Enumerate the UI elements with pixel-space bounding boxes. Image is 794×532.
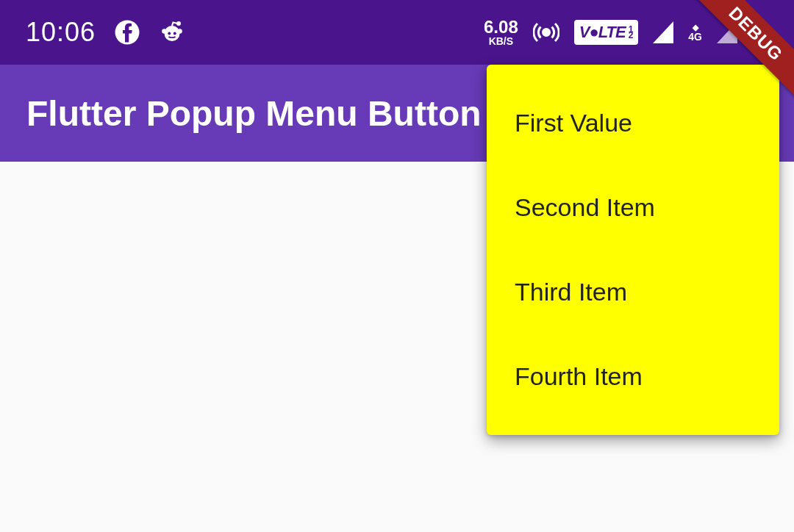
popup-menu: First Value Second Item Third Item Fourt…: [487, 65, 779, 435]
svg-point-5: [168, 32, 171, 35]
volte-badge: V●LTE 12: [574, 20, 639, 45]
status-left-group: 10:06: [26, 17, 185, 48]
status-time: 10:06: [26, 17, 96, 48]
signal-label: 4G: [688, 32, 702, 42]
network-speed-unit: KB/S: [489, 36, 513, 46]
signal-1-icon: [653, 21, 673, 43]
menu-item-third[interactable]: Third Item: [487, 250, 779, 334]
facebook-icon: [114, 19, 140, 46]
volte-sim-num: 12: [629, 26, 634, 39]
svg-point-1: [165, 26, 180, 41]
app-title: Flutter Popup Menu Button: [26, 93, 482, 134]
reddit-icon: [159, 19, 185, 46]
svg-point-2: [162, 29, 167, 34]
svg-point-3: [177, 29, 182, 34]
menu-item-fourth[interactable]: Fourth Item: [487, 334, 779, 419]
menu-item-second[interactable]: Second Item: [487, 165, 779, 250]
volte-text: V●LTE: [579, 23, 626, 42]
menu-item-first[interactable]: First Value: [487, 81, 779, 165]
svg-point-7: [543, 29, 549, 36]
status-bar: 10:06 6.08 KB/S V●LTE 12 ◆ 4G: [0, 0, 794, 65]
network-speed: 6.08 KB/S: [484, 18, 518, 46]
svg-point-6: [174, 32, 176, 35]
hotspot-icon: [533, 19, 559, 46]
network-speed-value: 6.08: [484, 18, 518, 36]
4g-indicator: ◆ 4G: [688, 24, 702, 42]
